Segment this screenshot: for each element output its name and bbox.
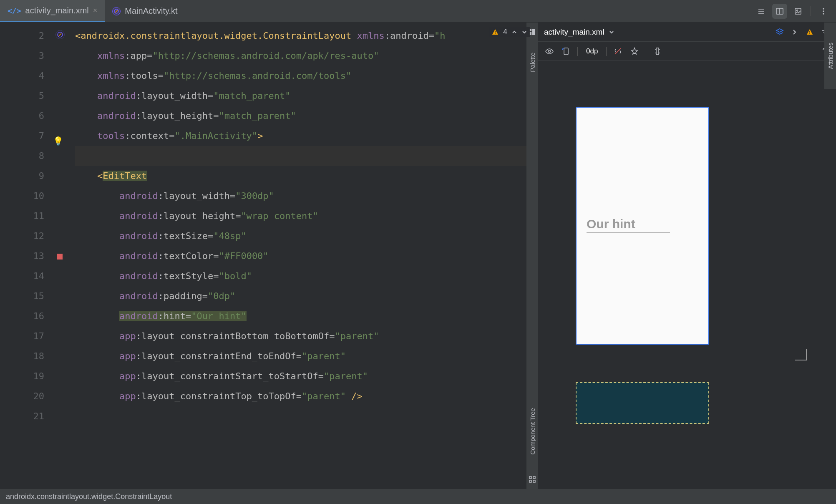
- svg-rect-8: [495, 33, 496, 34]
- line-number: 17: [0, 326, 50, 346]
- design-canvas[interactable]: Our hint: [538, 61, 836, 489]
- svg-rect-15: [529, 480, 531, 482]
- infer-constraints-icon[interactable]: [629, 46, 640, 57]
- divider: [811, 6, 811, 16]
- svg-point-6: [823, 13, 824, 14]
- view-code-button[interactable]: [754, 4, 769, 19]
- guidelines-icon[interactable]: [652, 46, 663, 57]
- layout-design-pane: activity_main.xml: [538, 23, 836, 489]
- line-number: 6: [0, 106, 50, 126]
- line-number-gutter: 2 3 4 5 6 7💡 8 9 10 11 12 13 14 15 16 17…: [0, 23, 50, 489]
- line-number: 21: [0, 406, 50, 426]
- close-icon[interactable]: ×: [93, 6, 98, 15]
- attributes-panel-tab[interactable]: Attributes: [824, 23, 836, 89]
- status-bar: androidx.constraintlayout.widget.Constra…: [0, 489, 836, 504]
- editor-tabbar: </> activity_main.xml × MainActivity.kt: [0, 0, 836, 23]
- line-number: 16: [0, 306, 50, 326]
- main-split: 4 2 3 4 5 6 7💡 8 9 10 11 12 13: [0, 23, 836, 489]
- line-number: 15: [0, 286, 50, 306]
- code-area[interactable]: 2 3 4 5 6 7💡 8 9 10 11 12 13 14 15 16 17…: [0, 23, 538, 489]
- svg-rect-20: [564, 48, 568, 55]
- line-number: 10: [0, 186, 50, 206]
- code-lines[interactable]: <androidx.constraintlayout.widget.Constr…: [50, 23, 538, 489]
- svg-rect-7: [495, 31, 496, 33]
- svg-point-3: [797, 10, 798, 11]
- svg-rect-12: [532, 29, 535, 35]
- editor-side-tabs: Palette Component Tree: [526, 23, 538, 489]
- line-number: 11: [0, 206, 50, 226]
- xml-file-icon: </>: [8, 6, 21, 15]
- component-tree-tab[interactable]: Component Tree: [529, 408, 536, 455]
- orientation-icon[interactable]: [561, 46, 572, 57]
- line-number: 3: [0, 46, 50, 66]
- blueprint-preview[interactable]: [576, 382, 709, 424]
- kotlin-file-icon: [112, 7, 121, 15]
- line-number: 7💡: [0, 126, 50, 146]
- next-highlight-icon[interactable]: [521, 29, 527, 35]
- tabbar-view-switch: [749, 0, 836, 22]
- svg-rect-21: [656, 48, 659, 55]
- design-toolbar-bottom: 0dp ?: [538, 42, 836, 61]
- chevron-right-icon[interactable]: [789, 27, 800, 38]
- overflow-menu-button[interactable]: [816, 4, 831, 19]
- editor-inspection-badges[interactable]: 4: [489, 27, 530, 37]
- clear-constraints-icon[interactable]: [612, 46, 623, 57]
- design-filename[interactable]: activity_main.xml: [544, 28, 604, 37]
- svg-point-4: [823, 8, 824, 9]
- tab-label: MainActivity.kt: [125, 6, 177, 16]
- breadcrumb[interactable]: androidx.constraintlayout.widget.Constra…: [6, 492, 172, 501]
- line-number: 13: [0, 246, 50, 266]
- svg-point-5: [823, 10, 824, 12]
- view-design-button[interactable]: [791, 4, 806, 19]
- line-number: 20: [0, 386, 50, 406]
- default-margin-value[interactable]: 0dp: [584, 47, 600, 55]
- line-number: 4: [0, 66, 50, 86]
- line-number: 14: [0, 266, 50, 286]
- palette-tab[interactable]: Palette: [529, 53, 536, 72]
- svg-rect-16: [533, 480, 535, 482]
- eye-icon[interactable]: [544, 46, 555, 57]
- line-number: 9: [0, 166, 50, 186]
- component-tree-panel-icon[interactable]: [529, 476, 536, 483]
- svg-rect-18: [809, 33, 810, 34]
- design-toolbar-top: activity_main.xml: [538, 23, 836, 42]
- chevron-down-icon[interactable]: [609, 29, 614, 35]
- warning-icon: [491, 28, 499, 36]
- svg-rect-17: [809, 31, 810, 33]
- tab-activity-main[interactable]: </> activity_main.xml ×: [0, 0, 105, 22]
- line-number: 2: [0, 26, 50, 46]
- device-preview[interactable]: Our hint: [576, 107, 709, 345]
- resize-handle-icon[interactable]: [795, 349, 807, 360]
- line-number: 19: [0, 366, 50, 386]
- edittext-hint-preview[interactable]: Our hint: [587, 217, 670, 233]
- svg-rect-13: [529, 476, 531, 479]
- svg-point-19: [549, 50, 551, 52]
- tab-label: activity_main.xml: [25, 6, 89, 15]
- warning-count: 4: [503, 28, 507, 36]
- tab-mainactivity[interactable]: MainActivity.kt: [105, 0, 185, 22]
- svg-rect-14: [533, 476, 535, 479]
- layers-icon[interactable]: [774, 27, 785, 38]
- attributes-tab-label: Attributes: [827, 43, 834, 69]
- line-number: 12: [0, 226, 50, 246]
- line-number: 18: [0, 346, 50, 366]
- view-split-button[interactable]: [772, 4, 787, 19]
- code-editor-pane: 4 2 3 4 5 6 7💡 8 9 10 11 12 13: [0, 23, 538, 489]
- prev-highlight-icon[interactable]: [511, 29, 517, 35]
- line-number: 5: [0, 86, 50, 106]
- warning-icon[interactable]: [804, 27, 815, 38]
- line-number: 8: [0, 146, 50, 166]
